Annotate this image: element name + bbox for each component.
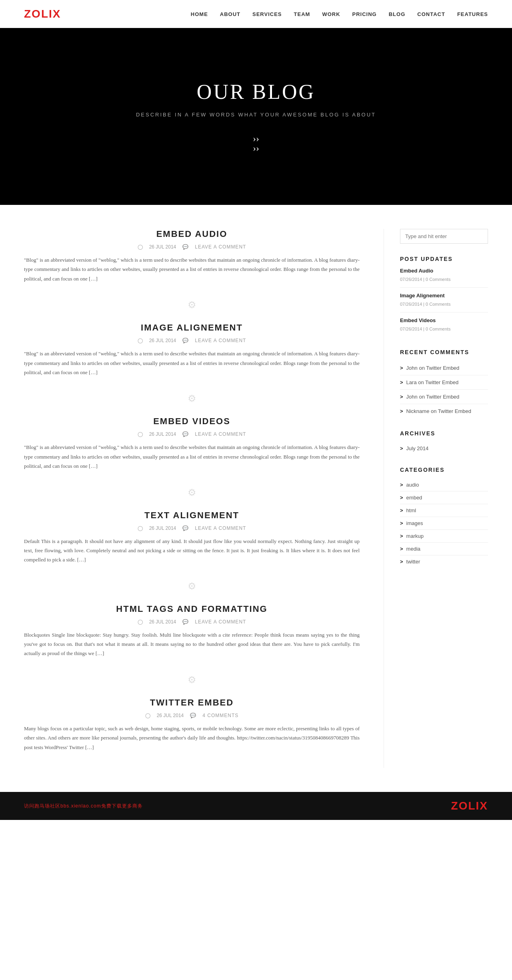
logo-text: ZOLI [24,8,53,20]
post-update-meta: 07/26/2014 | 0 Comments [400,302,450,307]
post-date: 26 JUL 2014 [149,525,176,531]
post-title: TEXT ALIGNEMENT [24,510,360,521]
post-excerpt: Blockquotes Single line blockquote: Stay… [24,630,360,658]
post-comment-link[interactable]: LEAVE A COMMENT [195,619,246,625]
post-divider-icon [24,581,360,592]
archive-item[interactable]: >July 2014 [400,442,488,455]
blog-post-image-alignement: IMAGE ALIGNEMENT ◯ 26 JUL 2014 💬 LEAVE A… [24,323,360,377]
category-item[interactable]: >media [400,543,488,555]
nav-link-features[interactable]: FEATURES [457,11,488,17]
post-comment-link[interactable]: LEAVE A COMMENT [195,431,246,437]
nav-link-about[interactable]: ABOUT [220,11,240,17]
post-update-item: Embed Videos 07/26/2014 | 0 Comments [400,317,488,337]
chevron-right-icon: > [400,394,403,400]
chevron-right-icon: > [400,495,403,501]
post-title: EMBED VIDEOS [24,416,360,427]
categories-section: CATEGORIES >audio>embed>html>images>mark… [400,467,488,568]
blog-post-embed-audio: EMBED AUDIO ◯ 26 JUL 2014 💬 LEAVE A COMM… [24,229,360,283]
nav-link-team[interactable]: TEAM [294,11,310,17]
category-item[interactable]: >embed [400,491,488,504]
category-label: html [406,507,416,513]
nav-link-blog[interactable]: BLOG [389,11,406,17]
category-item[interactable]: >twitter [400,555,488,568]
post-update-title[interactable]: Embed Audio [400,268,488,274]
comment-icon: 💬 [182,619,188,625]
date-icon: ◯ [138,431,143,437]
nav-link-home[interactable]: HOME [191,11,208,17]
categories-list: >audio>embed>html>images>markup>media>tw… [400,479,488,568]
recent-comment-text: John on Twitter Embed [406,365,460,371]
comment-icon: 💬 [182,338,188,343]
category-label: audio [406,482,419,488]
category-label: embed [406,495,422,501]
post-divider-icon [24,487,360,498]
recent-comments-list: >John on Twitter Embed>Lara on Twitter E… [400,361,488,418]
post-title: IMAGE ALIGNEMENT [24,323,360,333]
footer-logo-text: ZOLI [451,800,480,812]
recent-comment-text: Nickname on Twitter Embed [406,408,471,414]
post-date: 26 JUL 2014 [149,338,176,343]
post-comment-link[interactable]: LEAVE A COMMENT [195,338,246,343]
search-box [400,229,488,244]
comment-icon: 💬 [182,244,188,250]
archive-label: July 2014 [406,445,429,451]
post-meta: ◯ 26 JUL 2014 💬 LEAVE A COMMENT [24,619,360,625]
hero-section: OUR BLOG DESCRIBE IN A FEW WORDS WHAT YO… [0,28,512,205]
post-meta: ◯ 26 JUL 2014 💬 LEAVE A COMMENT [24,244,360,250]
blog-post-twitter-embed: TWITTER EMBED ◯ 26 JUL 2014 💬 4 COMMENTS… [24,697,360,752]
nav-link-contact[interactable]: CONTACT [417,11,445,17]
post-update-title[interactable]: Embed Videos [400,317,488,323]
nav-link-pricing[interactable]: PRICING [352,11,377,17]
chevron-right-icon: > [400,507,403,513]
footer-logo-x: X [480,800,488,812]
post-divider-icon [24,393,360,404]
post-divider-icon [24,299,360,311]
post-comment-link[interactable]: LEAVE A COMMENT [195,244,246,250]
blog-post-text-alignement: TEXT ALIGNEMENT ◯ 26 JUL 2014 💬 LEAVE A … [24,510,360,565]
post-update-title[interactable]: Image Alignement [400,293,488,299]
post-title: EMBED AUDIO [24,229,360,239]
blog-post-html-tags-formatting: HTML TAGS AND FORMATTING ◯ 26 JUL 2014 💬… [24,604,360,658]
post-meta: ◯ 26 JUL 2014 💬 LEAVE A COMMENT [24,338,360,343]
recent-comment-item[interactable]: >John on Twitter Embed [400,361,488,375]
chevron-right-icon: > [400,559,403,565]
recent-comment-item[interactable]: >John on Twitter Embed [400,390,488,404]
logo-x: X [53,8,61,20]
comment-icon: 💬 [182,431,188,437]
footer-watermark: 访问跑马场社区bbs.xienlao.com免费下载更多商务 [24,803,143,810]
category-label: twitter [406,559,420,565]
navbar: ZOLIX HOMEABOUTSERVICESTEAMWORKPRICINGBL… [0,0,512,28]
date-icon: ◯ [138,244,143,250]
scroll-down-icon[interactable]: ›››› [253,134,259,153]
post-update-meta: 07/26/2014 | 0 Comments [400,327,450,331]
category-item[interactable]: >audio [400,479,488,491]
nav-link-work[interactable]: WORK [322,11,340,17]
post-comment-link[interactable]: LEAVE A COMMENT [195,525,246,531]
chevron-right-icon: > [400,408,403,414]
nav-link-services[interactable]: SERVICES [252,11,282,17]
category-item[interactable]: >images [400,517,488,530]
recent-comment-item[interactable]: >Nickname on Twitter Embed [400,404,488,418]
footer-logo: ZOLIX [451,800,488,812]
post-date: 26 JUL 2014 [149,619,176,625]
chevron-right-icon: > [400,520,403,526]
category-item[interactable]: >markup [400,530,488,543]
category-item[interactable]: >html [400,504,488,517]
hero-title: OUR BLOG [197,80,315,104]
blog-posts-section: EMBED AUDIO ◯ 26 JUL 2014 💬 LEAVE A COMM… [24,229,384,768]
chevron-right-icon: > [400,445,403,451]
post-comment-link[interactable]: 4 COMMENTS [202,713,238,718]
nav-menu: HOMEABOUTSERVICESTEAMWORKPRICINGBLOGCONT… [191,10,488,18]
category-label: images [406,520,423,526]
post-excerpt: "Blog" is an abbreviated version of "web… [24,255,360,283]
site-logo[interactable]: ZOLIX [24,8,61,20]
recent-comment-item[interactable]: >Lara on Twitter Embed [400,375,488,390]
post-update-item: Embed Audio 07/26/2014 | 0 Comments [400,268,488,288]
post-meta: ◯ 26 JUL 2014 💬 4 COMMENTS [24,713,360,718]
recent-comments-title: RECENT COMMENTS [400,349,488,355]
post-excerpt: Default This is a paragraph. It should n… [24,537,360,565]
chevron-right-icon: > [400,365,403,371]
search-input[interactable] [400,229,488,244]
chevron-right-icon: > [400,482,403,488]
footer: 访问跑马场社区bbs.xienlao.com免费下载更多商务 ZOLIX [0,792,512,820]
